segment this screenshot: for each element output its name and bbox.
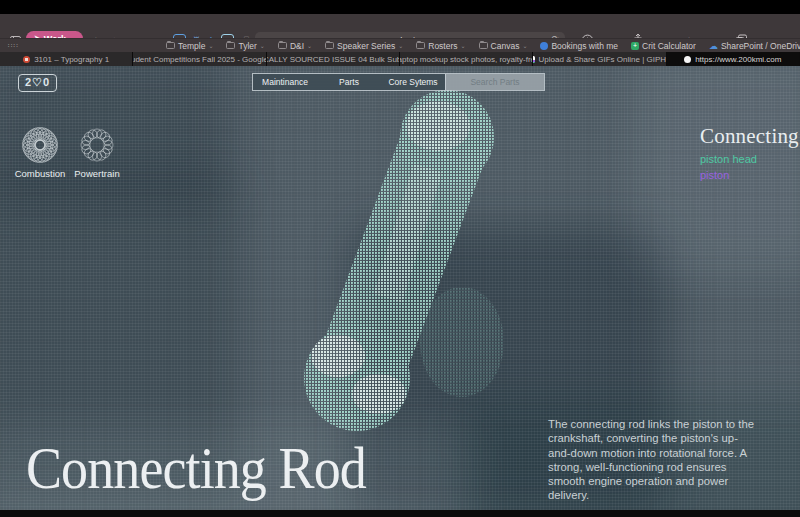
search-parts-button[interactable]: Search Parts [445,74,544,90]
folder-icon [416,42,425,49]
tab-locally-sourced[interactable]: LOCALLY SOURCED ISSUE 04 Bulk Submiss... [267,52,400,66]
category-label: Powertrain [74,168,119,179]
chevron-down-icon: ⌄ [307,42,312,49]
bookmark-crit-calculator[interactable]: +Crit Calculator [631,41,696,51]
tab-stock-photos[interactable]: Laptop mockup stock photos, royalty-free… [400,52,533,66]
chevron-down-icon: ⌄ [260,42,265,49]
bookmark-folder-tyler[interactable]: Tyler⌄ [226,41,264,51]
folder-icon [278,42,287,49]
menubar-strip [0,0,800,14]
calculator-icon: + [631,42,639,50]
bookmark-sharepoint[interactable]: ☁SharePoint / OneDrive [709,41,800,51]
folder-icon [166,42,175,49]
bookmark-folder-speaker-series[interactable]: Speaker Series⌄ [325,41,403,51]
browser-toolbar: ➤ Work ⌄ ‹ › ✎ ᛉ b I ⌸ 200kmi.com ⟳ + [0,14,800,38]
chevron-down-icon: ⌄ [208,42,213,49]
part-panel-title: Connecting [700,124,790,149]
folder-icon [226,42,235,49]
link-piston[interactable]: piston [700,169,790,181]
part-description: The connecting rod links the piston to t… [548,417,755,503]
chevron-down-icon: ⌄ [522,42,527,49]
folder-icon [325,42,334,49]
bookmarks-bar: ∷∷ Temple⌄ Tyler⌄ D&I⌄ Speaker Series⌄ R… [0,38,800,52]
favicon [684,56,691,63]
site-logo[interactable]: 2♡0 [18,74,57,92]
tab-giphy[interactable]: Upload & Share GIFs Online | GIPHY [533,52,666,66]
link-piston-head[interactable]: piston head [700,153,790,165]
nav-item-parts[interactable]: Parts [317,77,381,87]
folder-icon [479,42,488,49]
cloud-icon: ☁ [709,41,718,51]
bookmark-bookings[interactable]: Bookings with me [540,41,618,51]
chevron-down-icon: ⌄ [398,42,403,49]
bottom-strip [0,510,800,517]
tab-typography[interactable]: 3101 – Typography 1 [0,52,133,66]
grid-icon[interactable]: ∷∷ [8,42,18,50]
powertrain-spirograph-icon [78,126,116,164]
nav-item-core-sytems[interactable]: Core Sytems [381,77,445,87]
combustion-spirograph-icon [21,126,59,164]
favicon [533,56,534,63]
category-label: Combustion [15,168,66,179]
bookings-icon [540,42,548,50]
category-powertrain[interactable]: Powertrain [67,126,127,179]
page-title: Connecting Rod [26,435,366,501]
part-panel: Connecting piston head piston [700,124,790,181]
browser-window: ➤ Work ⌄ ‹ › ✎ ᛉ b I ⌸ 200kmi.com ⟳ + ∷∷… [0,0,800,517]
tab-200kmi-active[interactable]: https://www.200kmi.com [667,52,800,66]
tab-bar: 3101 – Typography 1 Student Competitions… [0,52,800,66]
tab-google-sheets[interactable]: Student Competitions Fall 2025 - Google … [133,52,266,66]
bookmark-folder-rosters[interactable]: Rosters⌄ [416,41,465,51]
favicon [23,56,30,63]
bookmark-folder-canvas[interactable]: Canvas⌄ [479,41,528,51]
chevron-down-icon: ⌄ [461,42,466,49]
category-combustion[interactable]: Combustion [10,126,70,179]
page-content: 2♡0 Maintinance Parts Core Sytems Search… [0,66,800,510]
bookmark-folder-temple[interactable]: Temple⌄ [166,41,213,51]
nav-item-maintinance[interactable]: Maintinance [253,77,317,87]
primary-nav: Maintinance Parts Core Sytems Search Par… [252,73,545,91]
bookmark-folder-dandi[interactable]: D&I⌄ [278,41,312,51]
